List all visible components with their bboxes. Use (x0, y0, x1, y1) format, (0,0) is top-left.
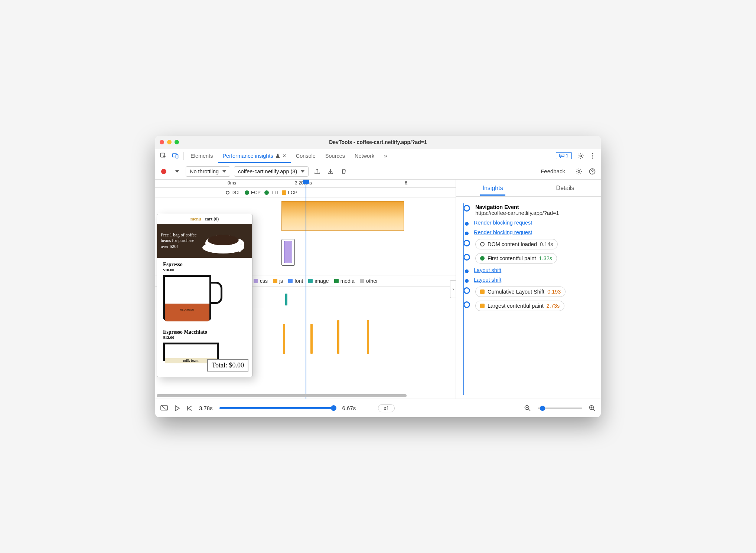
preview-mug: espresso (163, 275, 222, 323)
expand-sidebar-icon[interactable]: › (450, 280, 456, 298)
request-bar[interactable] (337, 320, 339, 354)
layout-shift-link[interactable]: Layout shift (474, 267, 501, 273)
insights-list[interactable]: Navigation Event https://coffee-cart.net… (456, 197, 601, 399)
marker-fcp: FCP (245, 190, 261, 195)
panel-tabbar: Elements Performance insights ✕ Console … (155, 148, 601, 163)
tab-console[interactable]: Console (291, 149, 320, 163)
insights-panel: Insights Details Navigation Event https:… (456, 180, 601, 399)
insight-tabs: Insights Details (456, 180, 601, 197)
request-bar[interactable] (367, 320, 369, 354)
insight-lcp[interactable]: Largest contentful paint 2.73s (459, 301, 596, 311)
flask-icon (276, 153, 280, 158)
insight-navigation[interactable]: Navigation Event https://coffee-cart.net… (459, 204, 596, 216)
playback-slider[interactable] (219, 407, 336, 409)
settings-gear-icon[interactable] (576, 151, 586, 161)
record-menu-chevron-icon[interactable] (172, 167, 182, 176)
horizontal-scrollbar[interactable] (157, 394, 454, 398)
tab-insights[interactable]: Insights (480, 181, 505, 195)
insight-fcp[interactable]: First contentful paint 1.32s (459, 253, 596, 264)
issues-badge[interactable]: 1 (556, 152, 572, 159)
insight-cls[interactable]: Cumulative Layout Shift 0.193 (459, 287, 596, 297)
long-task-block[interactable] (281, 201, 404, 231)
svg-rect-2 (176, 154, 178, 158)
marker-dcl: DCL (226, 190, 241, 195)
request-bar[interactable] (285, 294, 287, 305)
insight-layout-shift[interactable]: Layout shift (459, 267, 596, 273)
preview-hero: Free 1 bag of coffee beans for purchase … (157, 224, 252, 258)
request-bar[interactable] (283, 324, 285, 354)
render-blocking-link[interactable]: Render blocking request (474, 229, 532, 235)
insight-layout-shift[interactable]: Layout shift (459, 277, 596, 283)
screencast-toggle-icon[interactable] (160, 405, 168, 412)
help-icon[interactable] (587, 167, 597, 176)
insight-dcl[interactable]: DOM content loaded 0.14s (459, 239, 596, 249)
chat-icon (559, 153, 564, 158)
zoom-out-icon[interactable] (524, 405, 531, 412)
delete-icon[interactable] (339, 167, 349, 176)
screenshot-preview: menu cart (0) Free 1 bag of coffee beans… (157, 214, 252, 377)
chevron-down-icon (301, 170, 304, 173)
metric-value: 2.73s (547, 303, 560, 309)
profile-label: coffee-cart.netlify.app (3) (238, 168, 297, 174)
record-button[interactable] (159, 167, 169, 176)
metric-label: DOM content loaded (488, 241, 537, 247)
svg-point-5 (580, 155, 582, 157)
chevron-down-icon (222, 170, 226, 173)
preview-hero-text: Free 1 bag of coffee beans for purchase … (161, 232, 202, 250)
zoom-in-icon[interactable] (589, 405, 596, 412)
marker-lcp: LCP (282, 190, 297, 195)
play-icon[interactable] (175, 405, 180, 411)
import-icon[interactable] (326, 167, 335, 176)
throttling-select[interactable]: No throttling (186, 166, 230, 177)
svg-point-7 (592, 155, 593, 156)
layout-shift-link[interactable]: Layout shift (474, 277, 501, 283)
tab-sources[interactable]: Sources (321, 149, 349, 163)
preview-item-name: Espresso Macchiato (163, 329, 246, 335)
profile-select[interactable]: coffee-cart.netlify.app (3) (234, 166, 309, 177)
metric-label: Cumulative Layout Shift (488, 289, 544, 295)
zoom-slider[interactable] (538, 408, 582, 409)
playback-footer: 3.78s 6.67s x1 (155, 399, 601, 417)
tab-network[interactable]: Network (350, 149, 379, 163)
svg-point-8 (592, 157, 593, 158)
render-blocking-link[interactable]: Render blocking request (474, 220, 532, 226)
feedback-link[interactable]: Feedback (541, 168, 565, 174)
timeline-panel: 0ms 3,200ms 6, DCL FCP TTI LCP css js fo… (155, 180, 456, 399)
throttling-label: No throttling (190, 168, 219, 174)
panel-settings-gear-icon[interactable] (574, 167, 584, 176)
preview-item-price: $12.00 (163, 335, 246, 340)
metric-label: First contentful paint (488, 255, 536, 261)
more-tabs-icon[interactable]: » (380, 151, 391, 161)
preview-total: Total: $0.00 (207, 359, 248, 372)
speed-button[interactable]: x1 (378, 404, 395, 412)
tab-details[interactable]: Details (554, 181, 577, 195)
playhead[interactable] (306, 180, 306, 399)
close-tab-icon[interactable]: ✕ (282, 153, 286, 158)
device-toolbar-icon[interactable] (170, 151, 180, 161)
svg-point-14 (208, 235, 239, 245)
screenshot-thumb[interactable] (281, 239, 295, 266)
nav-event-title: Navigation Event (475, 204, 559, 210)
kebab-menu-icon[interactable] (587, 151, 598, 161)
svg-point-6 (592, 153, 593, 154)
tab-performance-insights[interactable]: Performance insights ✕ (218, 149, 290, 163)
preview-menu-link: menu (190, 216, 201, 222)
metric-value: 0.193 (547, 289, 561, 295)
tab-elements[interactable]: Elements (186, 149, 217, 163)
preview-cart-link: cart (0) (205, 216, 219, 222)
request-bar[interactable] (310, 324, 313, 354)
svg-line-16 (161, 405, 167, 410)
preview-item-name: Espresso (163, 262, 246, 268)
insight-render-blocking[interactable]: Render blocking request (459, 229, 596, 235)
inspect-element-icon[interactable] (158, 151, 169, 161)
jump-start-icon[interactable] (186, 405, 192, 411)
playhead-time: 3.78s (199, 405, 213, 411)
export-icon[interactable] (312, 167, 322, 176)
metric-label: Largest contentful paint (488, 303, 544, 309)
window-title: DevTools - coffee-cart.netlify.app/?ad=1 (155, 139, 601, 145)
ruler-tick: 0ms (228, 180, 236, 186)
tab-label: Performance insights (222, 153, 273, 159)
insight-render-blocking[interactable]: Render blocking request (459, 220, 596, 226)
svg-line-22 (593, 409, 595, 411)
marker-tti: TTI (264, 190, 278, 195)
